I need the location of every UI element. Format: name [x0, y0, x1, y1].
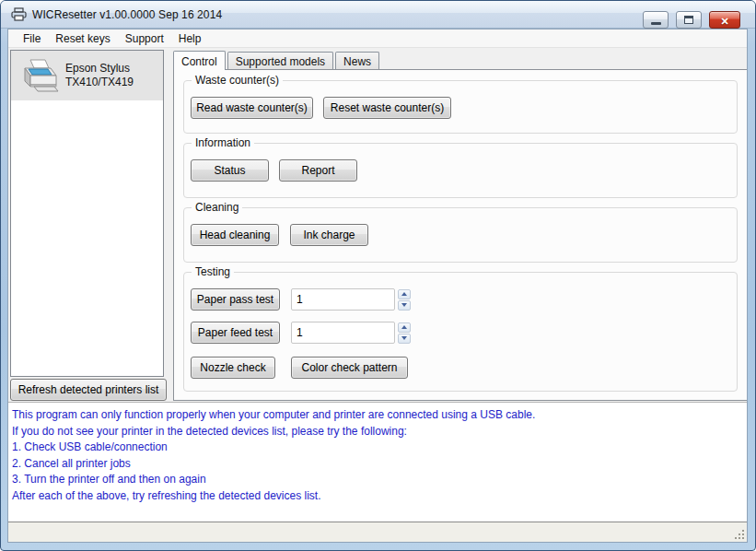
menu-reset-keys[interactable]: Reset keys: [48, 30, 117, 47]
spin-down-icon: [401, 336, 407, 340]
group-information: Information Status Report: [183, 143, 738, 198]
detected-printers-list[interactable]: Epson Stylus TX410/TX419: [10, 50, 164, 377]
paper-feed-spinner: [398, 322, 411, 344]
usb-instructions-panel: This program can only function properly …: [8, 402, 747, 522]
group-cleaning: Cleaning Head cleaning Ink charge: [183, 207, 738, 263]
head-cleaning-button[interactable]: Head cleaning: [191, 224, 279, 246]
refresh-printers-button[interactable]: Refresh detected printers list: [10, 379, 167, 401]
paper-pass-test-button[interactable]: Paper pass test: [191, 288, 280, 311]
info-line-6: After each of the above, try refreshing …: [12, 488, 741, 505]
control-tab-page: Waste counter(s) Read waste counter(s) R…: [173, 69, 748, 401]
report-button[interactable]: Report: [279, 159, 357, 182]
main-content: Epson Stylus TX410/TX419 Refresh detecte…: [8, 48, 747, 402]
menu-support[interactable]: Support: [118, 30, 171, 47]
minimize-icon: [651, 22, 661, 25]
titlebar: WICResetter v1.00.0000 Sep 16 2014: [1, 1, 755, 29]
info-line-2: If you do not see your printer in the de…: [12, 424, 741, 440]
menubar: File Reset keys Support Help: [8, 29, 747, 48]
restore-icon: [684, 16, 693, 24]
minimize-button[interactable]: [643, 11, 669, 29]
paper-feed-test-button[interactable]: Paper feed test: [191, 322, 280, 344]
group-waste-title: Waste counter(s): [192, 74, 283, 87]
menu-help[interactable]: Help: [171, 30, 209, 47]
statusbar: [8, 522, 747, 542]
tab-control: Control Supported models News Waste coun…: [173, 50, 748, 401]
tab-supported-models[interactable]: Supported models: [227, 52, 333, 69]
tab-strip: Control Supported models News: [173, 50, 748, 69]
info-line-4: 2. Cancel all printer jobs: [12, 456, 741, 473]
info-line-3: 1. Check USB cable/connection: [12, 440, 741, 456]
paper-feed-spin-up[interactable]: [398, 322, 411, 333]
spin-up-icon: [401, 325, 407, 329]
info-line-5: 3. Turn the printer off and then on agai…: [12, 472, 741, 488]
resize-grip-icon[interactable]: [732, 527, 745, 540]
paper-pass-count-spinedit: [291, 288, 411, 311]
info-line-1: This program can only function properly …: [12, 407, 741, 424]
read-waste-counters-button[interactable]: Read waste counter(s): [191, 97, 313, 119]
spin-down-icon: [401, 303, 407, 307]
printer-name: Epson Stylus TX410/TX419: [65, 62, 134, 89]
ink-charge-button[interactable]: Ink charge: [290, 224, 368, 246]
group-testing-title: Testing: [192, 265, 234, 278]
window-title: WICResetter v1.00.0000 Sep 16 2014: [32, 8, 222, 21]
printer-icon: [11, 7, 27, 21]
window-controls: [643, 11, 740, 29]
group-testing: Testing Paper pass test: [183, 272, 738, 392]
menu-file[interactable]: File: [16, 30, 48, 47]
spin-up-icon: [401, 292, 407, 296]
tab-control-page[interactable]: Control: [173, 51, 226, 70]
paper-pass-spinner: [398, 289, 411, 311]
tab-news[interactable]: News: [335, 52, 379, 69]
printer-name-line1: Epson Stylus: [65, 62, 134, 76]
paper-pass-spin-up[interactable]: [398, 289, 411, 299]
close-icon: [720, 12, 728, 29]
printer-list-item[interactable]: Epson Stylus TX410/TX419: [11, 51, 163, 100]
paper-feed-count-input[interactable]: [291, 322, 395, 344]
close-button[interactable]: [709, 11, 740, 29]
printer-name-line2: TX410/TX419: [65, 76, 134, 89]
app-window: WICResetter v1.00.0000 Sep 16 2014 File …: [0, 0, 756, 551]
paper-pass-spin-down[interactable]: [398, 300, 411, 311]
paper-feed-count-spinedit: [291, 322, 411, 344]
printer-device-icon: [17, 57, 60, 94]
group-information-title: Information: [192, 136, 254, 149]
status-button[interactable]: Status: [191, 159, 269, 182]
group-cleaning-title: Cleaning: [192, 201, 242, 214]
color-check-pattern-button[interactable]: Color check pattern: [291, 357, 408, 379]
paper-pass-count-input[interactable]: [291, 288, 395, 311]
group-waste-counters: Waste counter(s) Read waste counter(s) R…: [183, 80, 738, 134]
restore-button[interactable]: [676, 11, 702, 29]
nozzle-check-button[interactable]: Nozzle check: [191, 357, 275, 379]
paper-feed-spin-down[interactable]: [398, 334, 411, 344]
client-area: File Reset keys Support Help: [7, 29, 748, 543]
reset-waste-counters-button[interactable]: Reset waste counter(s): [323, 97, 451, 119]
